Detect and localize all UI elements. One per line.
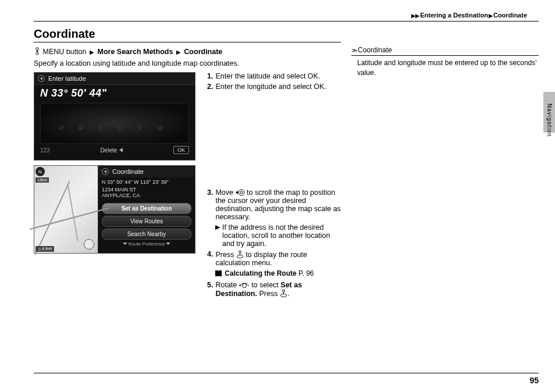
section-label: Navigation (546, 104, 553, 137)
svg-point-3 (239, 251, 241, 253)
menu-set-destination[interactable]: Set as Destination (102, 203, 191, 214)
book-icon (215, 270, 222, 276)
svg-point-5 (242, 284, 246, 288)
menu-view-routes[interactable]: View Routes (102, 216, 191, 227)
menu-search-nearby[interactable]: Search Nearby (102, 229, 191, 240)
sidebar-heading: ≫ Coordinate (351, 46, 539, 56)
num-mode[interactable]: 123 (40, 147, 50, 154)
step-5: 5. Rotate to select Set as Destination. … (207, 281, 341, 298)
svg-point-7 (280, 294, 286, 297)
map-scale: 1/8mi (35, 177, 49, 183)
svg-point-2 (240, 191, 243, 194)
result-address-1: 1234 MAIN ST (98, 187, 195, 193)
back-icon[interactable] (102, 168, 109, 175)
svg-point-4 (237, 255, 243, 258)
result-coords: N 33° 50' 44" W 118° 23' 39" (98, 177, 195, 187)
step-2: 2. Enter the longitude and select OK. (207, 83, 341, 91)
joystick-move-icon (236, 189, 245, 196)
press-dial-icon (236, 250, 244, 258)
north-icon: N (35, 167, 45, 176)
svg-point-1 (239, 190, 244, 195)
rotate-dial-icon (239, 281, 250, 288)
breadcrumb-l2: Coordinate (493, 12, 527, 19)
result-address-2: ANYPLACE, CA (98, 193, 195, 198)
note-icon: ≫ (351, 47, 355, 54)
ok-button[interactable]: OK (173, 146, 189, 154)
step-1: 1. Enter the latitude and select OK. (207, 72, 341, 80)
compass-icon (84, 239, 94, 250)
menu-route-preference[interactable]: Route Preference (98, 241, 195, 247)
screen-title: Enter latitude (48, 75, 86, 82)
map-preview[interactable]: N 1/8mi △ 4.9mi (34, 166, 98, 253)
page-title: Coordinate (34, 27, 341, 41)
step-3-sub: ▶ If the address is not the desired loca… (215, 223, 341, 248)
step-4-reference: Calculating the Route P. 96 (215, 269, 341, 277)
latitude-value: N 33° 50' 44" (34, 85, 195, 101)
back-icon[interactable] (38, 75, 45, 82)
delete-button[interactable]: Delete (100, 147, 123, 154)
breadcrumb-l1: Entering a Destination (420, 12, 488, 19)
step-3: 3. Move to scroll the map to position th… (207, 188, 341, 221)
press-dial-icon (280, 289, 287, 297)
screenshot-coordinate-map: N 1/8mi △ 4.9mi Coordinate N 33° 5 (34, 165, 195, 254)
dial-input[interactable]: P R S U V W (40, 103, 189, 144)
screen-title: Coordinate (112, 168, 144, 175)
menu-path: MENU button ▶ More Search Methods ▶ Coor… (34, 47, 341, 56)
sidebar-note: Latitude and longitude must be entered u… (351, 58, 539, 78)
breadcrumb: ▶▶Entering a Destination▶Coordinate (34, 12, 539, 19)
svg-point-6 (282, 290, 284, 292)
map-distance: △ 4.9mi (35, 246, 54, 252)
svg-point-0 (36, 48, 38, 50)
page-number: 95 (529, 376, 539, 385)
description: Specify a location using latitude and lo… (34, 59, 341, 67)
step-4: 4. Press to display the route calculatio… (207, 250, 341, 267)
screenshot-enter-latitude: Enter latitude N 33° 50' 44" P R S U V W… (34, 72, 195, 161)
